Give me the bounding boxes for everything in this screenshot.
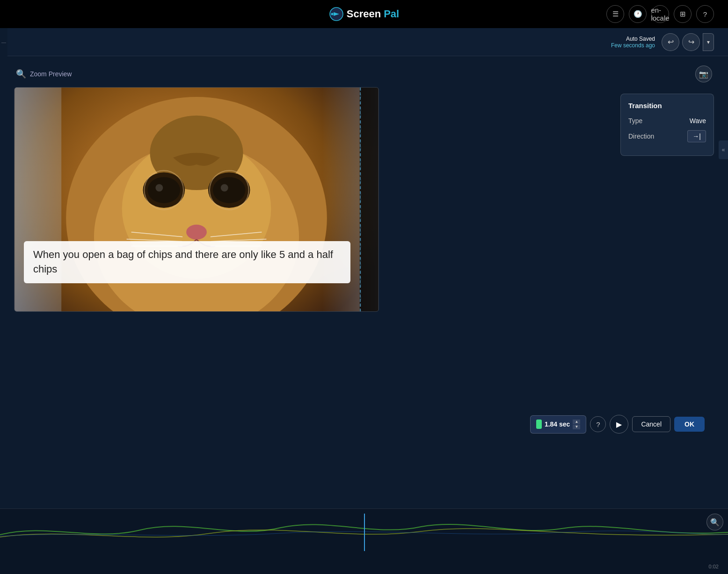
- zoom-icon: 🔍: [16, 69, 26, 79]
- svg-point-11: [155, 184, 163, 191]
- help-icon[interactable]: ?: [696, 5, 714, 23]
- app-logo: ScreenPal: [329, 7, 399, 22]
- green-indicator: [536, 419, 542, 429]
- auto-saved-status: Auto Saved Few seconds ago: [611, 36, 655, 49]
- play-button[interactable]: ▶: [610, 415, 628, 434]
- logo-text-accent: Pal: [384, 8, 399, 20]
- locale-label: en-locale: [651, 6, 669, 22]
- timeline-area: 0:01.40 0:02 🔍: [0, 508, 728, 574]
- video-preview: When you open a bag of chips and there a…: [14, 87, 379, 312]
- left-indicator: —: [0, 28, 7, 56]
- preview-panel: 🔍 Zoom Preview 📷: [14, 66, 714, 499]
- transition-direction-row: Direction →|: [628, 130, 706, 142]
- auto-saved-label: Auto Saved: [626, 36, 655, 42]
- toolbar-actions: ↩ ↪ ▾: [662, 33, 714, 51]
- screenshot-button[interactable]: 📷: [695, 66, 712, 82]
- svg-point-15: [221, 184, 228, 191]
- ok-button[interactable]: OK: [674, 417, 705, 432]
- transition-direction-value: →|: [692, 132, 701, 140]
- toolbar-dropdown[interactable]: ▾: [703, 33, 714, 51]
- clock-icon[interactable]: 🕐: [629, 5, 647, 23]
- svg-point-1: [331, 13, 333, 15]
- main-area: 🔍 Zoom Preview 📷: [0, 56, 728, 508]
- transition-panel-title: Transition: [628, 102, 706, 110]
- preview-title-text: Zoom Preview: [30, 70, 72, 78]
- duration-badge: 1.84 sec ▲ ▼: [530, 415, 587, 434]
- timeline-end-time: 0:02: [709, 564, 719, 569]
- transition-panel: Transition Type Wave Direction →|: [620, 94, 714, 156]
- transition-direction-btn[interactable]: →|: [687, 130, 706, 142]
- layers-icon[interactable]: ⊞: [674, 5, 692, 23]
- preview-header: 🔍 Zoom Preview 📷: [14, 66, 714, 82]
- transition-direction-label: Direction: [628, 132, 654, 140]
- svg-point-17: [186, 225, 207, 240]
- panel-collapse-arrow[interactable]: «: [719, 140, 728, 159]
- subtitle-text: When you open a bag of chips and there a…: [33, 249, 333, 275]
- subtitle-box: When you open a bag of chips and there a…: [24, 241, 350, 283]
- redo-button[interactable]: ↪: [682, 33, 700, 51]
- locale-button[interactable]: en-locale: [651, 5, 669, 23]
- bottom-controls: 1.84 sec ▲ ▼ ? ▶ Cancel OK: [530, 415, 705, 434]
- transition-type-value: Wave: [690, 117, 706, 125]
- transition-type-label: Type: [628, 117, 642, 125]
- svg-point-10: [147, 177, 180, 203]
- duration-down-btn[interactable]: ▼: [573, 425, 580, 429]
- timeline-search-button[interactable]: 🔍: [706, 514, 723, 530]
- right-strip: [360, 88, 379, 311]
- timeline-track[interactable]: 0:01.40: [0, 514, 728, 551]
- duration-value: 1.84 sec: [545, 420, 570, 428]
- duration-up-btn[interactable]: ▲: [573, 419, 580, 424]
- auto-saved-time: Few seconds ago: [611, 42, 655, 49]
- playhead[interactable]: 0:01.40: [364, 514, 365, 551]
- help-button[interactable]: ?: [590, 416, 606, 432]
- top-bar: ScreenPal ☰ 🕐 en-locale ⊞ ?: [0, 0, 728, 28]
- duration-spinners[interactable]: ▲ ▼: [573, 419, 580, 429]
- menu-icon[interactable]: ☰: [606, 5, 624, 23]
- svg-point-14: [213, 177, 246, 203]
- transition-type-row: Type Wave: [628, 117, 706, 125]
- undo-button[interactable]: ↩: [662, 33, 679, 51]
- video-background: When you open a bag of chips and there a…: [15, 88, 379, 311]
- preview-title-container: 🔍 Zoom Preview: [16, 69, 72, 79]
- cancel-button[interactable]: Cancel: [632, 416, 670, 432]
- toolbar: — Auto Saved Few seconds ago ↩ ↪ ▾: [0, 28, 728, 56]
- top-bar-actions: ☰ 🕐 en-locale ⊞ ?: [606, 5, 714, 23]
